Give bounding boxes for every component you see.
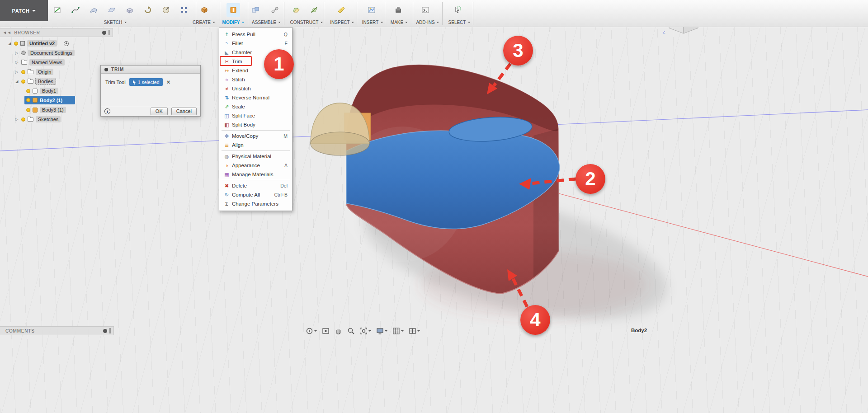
menu-item-fillet[interactable]: ◝FilletF [219,39,292,48]
revolve-icon[interactable] [141,3,155,17]
row-label[interactable]: Body2 (1) [40,98,62,103]
tab-insert[interactable]: INSERT [362,20,383,25]
browser-row-sketches[interactable]: ▷ Sketches [14,115,61,124]
create-box-icon[interactable] [198,3,211,17]
tab-make[interactable]: MAKE [391,20,408,25]
activate-component-icon[interactable] [64,41,69,46]
cancel-button[interactable]: Cancel [171,108,197,115]
workspace-switcher[interactable]: PATCH [0,0,48,21]
scripts-addins-icon[interactable] [419,3,432,17]
browser-row-origin[interactable]: ▷ Origin [14,67,53,76]
pan-icon[interactable] [334,326,343,336]
menu-item-split-face[interactable]: ◫Split Face [219,111,292,120]
fit-icon[interactable] [359,326,372,336]
browser-row-root[interactable]: ◢ Untitled v2 [7,39,69,48]
measure-icon[interactable] [335,3,348,17]
look-at-icon[interactable] [321,326,330,336]
row-label[interactable]: Named Views [29,59,65,66]
expanded-arrow-icon[interactable]: ◢ [7,41,12,46]
compute-all-icon: ↻ [223,192,231,198]
modify-group-icon[interactable] [226,3,240,17]
browser-row-bodies[interactable]: ◢ Bodies [14,77,56,86]
orbit-icon[interactable] [305,326,318,336]
visibility-bulb-icon[interactable] [14,42,18,46]
collapsed-arrow-icon[interactable]: ▷ [14,70,19,74]
tab-create[interactable]: CREATE [193,20,215,25]
tab-sketch[interactable]: SKETCH [104,20,127,25]
info-icon[interactable]: i [104,108,110,114]
menu-item-scale[interactable]: ⇗Scale [219,102,292,111]
selected-row-highlight[interactable]: Body2 (1) [24,96,75,104]
visibility-bulb-icon[interactable] [21,80,25,84]
browser-header[interactable]: ◄◄ BROWSER [0,28,113,37]
menu-item-reverse-normal[interactable]: ⇅Reverse Normal [219,93,292,102]
zoom-icon[interactable] [346,326,356,336]
visibility-bulb-icon[interactable] [26,108,30,112]
menu-item-physical-material[interactable]: ◍Physical Material [219,152,292,161]
pattern-icon[interactable] [177,3,191,17]
row-label[interactable]: Sketches [36,116,61,122]
ok-button[interactable]: OK [151,108,168,115]
collapsed-arrow-icon[interactable]: ▷ [14,60,19,65]
plane-icon[interactable] [105,3,118,17]
3d-print-icon[interactable] [392,3,405,17]
viewports-icon[interactable] [408,326,421,336]
row-label[interactable]: Origin [36,69,53,75]
expanded-arrow-icon[interactable]: ◢ [14,79,19,84]
panel-grip[interactable] [108,30,110,35]
menu-item-unstitch[interactable]: ≠Unstitch [219,84,292,93]
tab-modify[interactable]: MODIFY [222,20,245,25]
new-component-icon[interactable] [249,3,262,17]
menu-item-compute-all[interactable]: ↻Compute AllCtrl+B [219,190,292,199]
extrude-icon[interactable] [123,3,137,17]
menu-item-manage-materials[interactable]: ▦Manage Materials [219,170,292,179]
row-label[interactable]: Document Settings [28,50,75,56]
menu-item-align[interactable]: ≣Align [219,141,292,150]
row-label[interactable]: Bodies [36,78,56,84]
sweep-icon[interactable] [159,3,173,17]
select-icon[interactable] [451,3,464,17]
tab-assemble[interactable]: ASSEMBLE [252,20,281,25]
joint-icon[interactable] [268,3,282,17]
menu-item-split-body[interactable]: ◧Split Body [219,120,292,129]
spline-icon[interactable] [69,3,82,17]
tab-select[interactable]: SELECT [448,20,471,25]
visibility-bulb-icon[interactable] [26,89,30,93]
tab-inspect[interactable]: INSPECT [330,20,354,25]
tab-add-ins[interactable]: ADD-INS [416,20,439,25]
browser-row-document-settings[interactable]: ▷ Document Settings [14,48,75,57]
collapsed-arrow-icon[interactable]: ▷ [14,51,19,55]
construct-plane-icon[interactable] [289,3,303,17]
browser-row-named-views[interactable]: ▷ Named Views [14,58,65,67]
visibility-bulb-icon[interactable] [26,98,30,102]
construct-axis-icon[interactable] [307,3,321,17]
browser-row-body1[interactable]: Body1 [26,86,58,95]
menu-item-change-parameters[interactable]: ΣChange Parameters [219,199,292,208]
menu-item-appearance[interactable]: ◑AppearanceA [219,161,292,170]
row-label[interactable]: Body3 (1) [40,107,66,113]
tab-construct[interactable]: CONSTRUCT [290,20,323,25]
browser-row-body2[interactable]: Body2 (1) [0,96,113,105]
row-label[interactable]: Body1 [40,88,58,94]
panel-pin-icon[interactable] [102,31,106,35]
visibility-bulb-icon[interactable] [21,70,25,74]
root-label[interactable]: Untitled v2 [27,40,57,47]
comments-toggle-icon[interactable] [103,329,107,333]
patch-icon[interactable] [87,3,100,17]
menu-item-delete[interactable]: ✖DeleteDel [219,181,292,190]
insert-canvas-icon[interactable] [365,3,378,17]
selection-badge[interactable]: 1 selected [129,78,163,86]
panel-grip[interactable] [109,328,111,333]
visibility-bulb-icon[interactable] [21,117,25,122]
menu-item-move-copy[interactable]: ✥Move/CopyM [219,131,292,141]
browser-row-body3[interactable]: Body3 (1) [26,105,66,114]
comments-bar[interactable]: COMMENTS [0,326,114,335]
trim-dialog-header[interactable]: TRIM [101,66,200,74]
collapse-panel-icon[interactable]: ◄◄ [0,30,14,35]
collapsed-arrow-icon[interactable]: ▷ [14,117,19,122]
grid-snap-icon[interactable] [392,326,405,336]
display-settings-icon[interactable] [375,326,388,336]
clear-selection-icon[interactable]: ✕ [166,79,171,85]
menu-item-press-pull[interactable]: ↥Press PullQ [219,30,292,39]
create-sketch-icon[interactable] [51,3,64,17]
